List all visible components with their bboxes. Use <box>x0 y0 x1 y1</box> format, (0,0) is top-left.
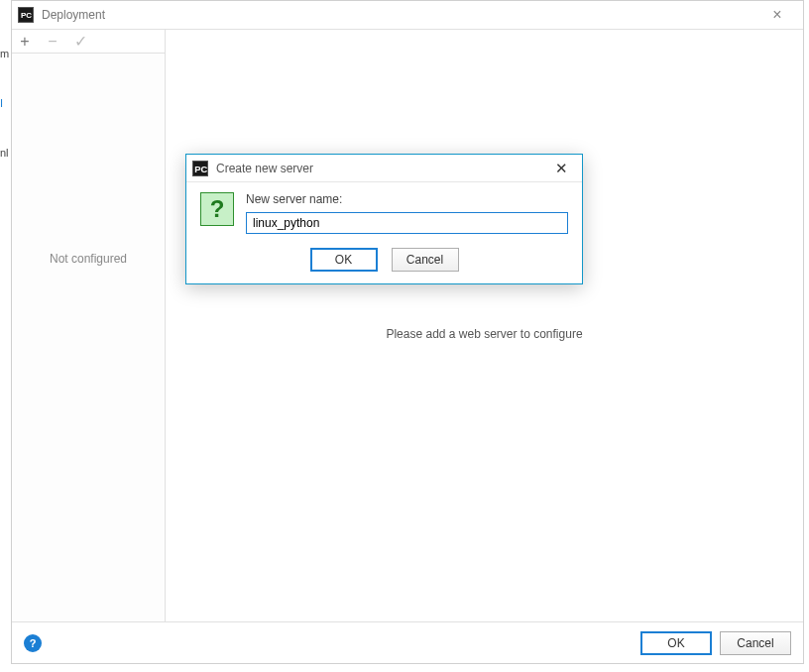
dialog-body: ? New server name: <box>186 182 582 238</box>
deployment-window: PC Deployment × + − ✓ Not configured Ple… <box>11 0 804 664</box>
server-list-sidebar: + − ✓ Not configured <box>12 30 166 621</box>
server-list: Not configured <box>12 54 165 621</box>
window-close-button[interactable]: × <box>757 7 797 23</box>
dialog-buttons: OK Cancel <box>186 238 582 283</box>
sidebar-toolbar: + − ✓ <box>12 30 165 54</box>
dialog-title: Create new server <box>216 162 546 175</box>
window-titlebar: PC Deployment × <box>12 1 803 29</box>
create-server-dialog: PC Create new server ✕ ? New server name… <box>185 154 583 284</box>
not-configured-label: Not configured <box>12 252 165 266</box>
pycharm-icon: PC <box>192 161 208 176</box>
placeholder-message: Please add a web server to configure <box>166 327 803 341</box>
svg-text:PC: PC <box>194 164 207 173</box>
remove-server-button[interactable]: − <box>44 33 61 51</box>
window-title: Deployment <box>42 8 757 22</box>
add-server-button[interactable]: + <box>16 33 34 51</box>
set-default-button[interactable]: ✓ <box>71 33 89 51</box>
ok-button[interactable]: OK <box>640 631 712 655</box>
bg-fragment: m <box>0 48 11 59</box>
question-icon: ? <box>200 192 234 226</box>
server-name-input[interactable] <box>246 212 568 234</box>
dialog-close-button[interactable]: ✕ <box>546 160 576 177</box>
bg-fragment: I <box>0 97 11 109</box>
svg-text:PC: PC <box>21 11 32 20</box>
dialog-fields: New server name: <box>246 192 568 234</box>
window-body: + − ✓ Not configured Please add a web se… <box>12 29 803 621</box>
dialog-titlebar: PC Create new server ✕ <box>186 155 582 182</box>
dialog-cancel-button[interactable]: Cancel <box>392 248 459 272</box>
dialog-ok-button[interactable]: OK <box>310 248 378 272</box>
help-button[interactable]: ? <box>24 634 42 652</box>
bg-fragment: nl <box>0 147 11 159</box>
window-footer: ? OK Cancel <box>12 621 803 663</box>
cancel-button[interactable]: Cancel <box>720 631 791 655</box>
server-config-panel: Please add a web server to configure <box>166 30 803 621</box>
server-name-label: New server name: <box>246 192 568 206</box>
pycharm-icon: PC <box>18 7 34 23</box>
